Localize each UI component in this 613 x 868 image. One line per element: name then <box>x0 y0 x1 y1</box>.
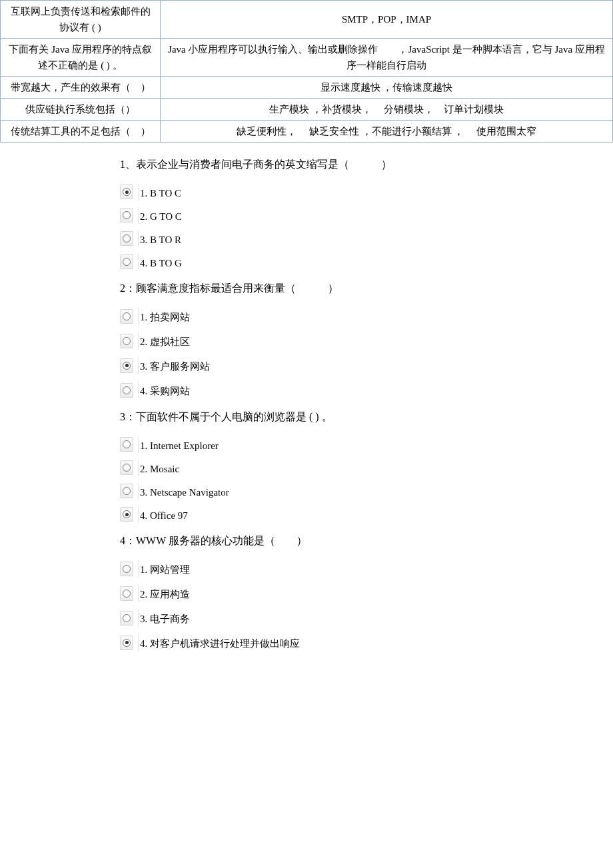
option-label: 1. 拍卖网站 <box>138 307 190 325</box>
summary-table: 互联网上负责传送和检索邮件的协议有 ( )SMTP，POP，IMAP下面有关 J… <box>0 0 613 143</box>
option-row[interactable]: 2. 虚拟社区 <box>120 332 573 350</box>
radio-icon[interactable] <box>120 562 133 576</box>
option-label: 2. 应用构造 <box>138 584 190 602</box>
table-cell-question: 互联网上负责传送和检索邮件的协议有 ( ) <box>1 1 161 39</box>
table-row: 互联网上负责传送和检索邮件的协议有 ( )SMTP，POP，IMAP <box>1 1 613 39</box>
radio-icon[interactable] <box>120 185 133 199</box>
option-row[interactable]: 4. 采购网站 <box>120 381 573 399</box>
option-label: 4. Office 97 <box>138 506 188 523</box>
option-label: 2. G TO C <box>138 207 182 224</box>
option-row[interactable]: 3. 电子商务 <box>120 609 573 627</box>
radio-icon[interactable] <box>120 254 133 269</box>
option-label: 2. Mosaic <box>138 460 179 476</box>
question-block: 3：下面软件不属于个人电脑的浏览器是 ( ) 。1. Internet Expl… <box>120 408 573 523</box>
option-row[interactable]: 4. Office 97 <box>120 506 573 523</box>
option-label: 4. 对客户机请求进行处理并做出响应 <box>138 634 300 651</box>
table-cell-question: 供应链执行系统包括（） <box>1 99 161 121</box>
option-label: 3. 客户服务网站 <box>138 356 210 374</box>
option-row[interactable]: 1. B TO C <box>120 184 573 201</box>
table-cell-question: 传统结算工具的不足包括（ ） <box>1 121 161 143</box>
radio-icon[interactable] <box>120 437 133 452</box>
option-row[interactable]: 2. 应用构造 <box>120 584 573 602</box>
table-cell-answer: 显示速度越快 ，传输速度越快 <box>161 77 613 99</box>
radio-icon[interactable] <box>120 334 133 348</box>
radio-icon[interactable] <box>120 611 133 626</box>
option-row[interactable]: 3. Netscape Navigator <box>120 483 573 500</box>
option-row[interactable]: 1. Internet Explorer <box>120 436 573 453</box>
table-cell-answer: 缺乏便利性， 缺乏安全性 ，不能进行小额结算 ， 使用范围太窄 <box>161 121 613 143</box>
radio-icon[interactable] <box>120 586 133 601</box>
radio-icon[interactable] <box>120 358 133 373</box>
table-cell-answer: 生产模块 ，补货模块， 分销模块， 订单计划模块 <box>161 99 613 121</box>
radio-icon[interactable] <box>120 383 133 398</box>
radio-icon[interactable] <box>120 460 133 475</box>
table-row: 带宽越大，产生的效果有（ ）显示速度越快 ，传输速度越快 <box>1 77 613 99</box>
radio-icon[interactable] <box>120 309 133 324</box>
option-row[interactable]: 2. G TO C <box>120 207 573 224</box>
questions-section: 1、表示企业与消费者间电子商务的英文缩写是（ ）1. B TO C2. G TO… <box>0 156 613 651</box>
option-label: 4. B TO G <box>138 254 182 270</box>
option-row[interactable]: 2. Mosaic <box>120 460 573 476</box>
question-text: 2：顾客满意度指标最适合用来衡量（ ） <box>120 280 573 297</box>
option-label: 4. 采购网站 <box>138 381 190 399</box>
table-cell-question: 下面有关 Java 应用程序的特点叙述不正确的是 ( ) 。 <box>1 39 161 77</box>
question-text: 4：WWW 服务器的核心功能是（ ） <box>120 532 573 550</box>
option-row[interactable]: 4. 对客户机请求进行处理并做出响应 <box>120 634 573 651</box>
option-row[interactable]: 1. 拍卖网站 <box>120 307 573 325</box>
question-block: 4：WWW 服务器的核心功能是（ ）1. 网站管理2. 应用构造3. 电子商务4… <box>120 532 573 652</box>
question-block: 2：顾客满意度指标最适合用来衡量（ ）1. 拍卖网站2. 虚拟社区3. 客户服务… <box>120 280 573 400</box>
table-cell-question: 带宽越大，产生的效果有（ ） <box>1 77 161 99</box>
table-cell-answer: SMTP，POP，IMAP <box>161 1 613 39</box>
radio-icon[interactable] <box>120 208 133 222</box>
option-row[interactable]: 3. B TO R <box>120 230 573 247</box>
radio-icon[interactable] <box>120 231 133 246</box>
option-label: 2. 虚拟社区 <box>138 332 190 350</box>
radio-icon[interactable] <box>120 507 133 522</box>
question-text: 1、表示企业与消费者间电子商务的英文缩写是（ ） <box>120 156 573 173</box>
question-text: 3：下面软件不属于个人电脑的浏览器是 ( ) 。 <box>120 408 573 426</box>
option-label: 1. Internet Explorer <box>138 436 219 453</box>
option-label: 3. B TO R <box>138 230 181 247</box>
option-label: 1. 网站管理 <box>138 560 190 578</box>
radio-icon[interactable] <box>120 636 133 650</box>
option-row[interactable]: 3. 客户服务网站 <box>120 356 573 374</box>
table-row: 传统结算工具的不足包括（ ）缺乏便利性， 缺乏安全性 ，不能进行小额结算 ， 使… <box>1 121 613 143</box>
option-label: 3. 电子商务 <box>138 609 190 627</box>
option-row[interactable]: 1. 网站管理 <box>120 560 573 578</box>
option-label: 1. B TO C <box>138 184 181 201</box>
option-label: 3. Netscape Navigator <box>138 483 229 500</box>
radio-icon[interactable] <box>120 484 133 498</box>
table-row: 供应链执行系统包括（）生产模块 ，补货模块， 分销模块， 订单计划模块 <box>1 99 613 121</box>
table-cell-answer: Java 小应用程序可以执行输入、输出或删除操作 ，JavaScript 是一种… <box>161 39 613 77</box>
table-row: 下面有关 Java 应用程序的特点叙述不正确的是 ( ) 。Java 小应用程序… <box>1 39 613 77</box>
option-row[interactable]: 4. B TO G <box>120 254 573 270</box>
question-block: 1、表示企业与消费者间电子商务的英文缩写是（ ）1. B TO C2. G TO… <box>120 156 573 270</box>
